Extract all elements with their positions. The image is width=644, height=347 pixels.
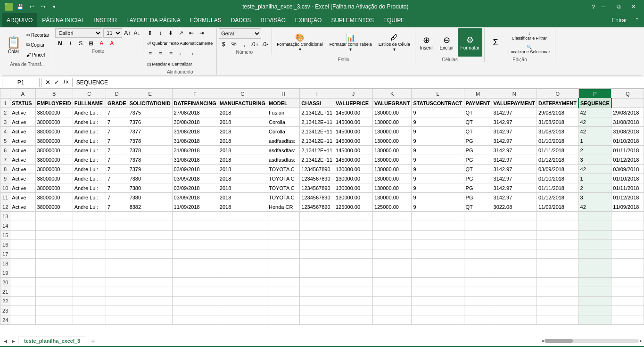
row-header-8[interactable]: 8 <box>0 165 10 174</box>
cell[interactable]: 38000000 <box>35 127 73 136</box>
text-orient-button[interactable]: ↗ <box>176 28 186 38</box>
cell[interactable] <box>218 249 267 259</box>
cell[interactable] <box>10 240 35 249</box>
cell[interactable] <box>492 278 537 287</box>
cell[interactable]: TOYOTA C <box>267 165 300 174</box>
cell[interactable]: 9 <box>412 146 464 155</box>
cell[interactable]: 38000000 <box>35 202 73 212</box>
cell[interactable] <box>412 221 464 231</box>
cell[interactable]: 38000000 <box>35 108 73 117</box>
col-header-N[interactable]: N <box>492 89 537 99</box>
cell[interactable] <box>106 240 128 249</box>
cell[interactable] <box>35 259 73 268</box>
cell[interactable] <box>128 231 172 240</box>
cell[interactable] <box>35 268 73 278</box>
cell[interactable] <box>412 287 464 297</box>
cell[interactable]: 38000000 <box>35 146 73 155</box>
decrease-decimal-button[interactable]: .0- <box>260 40 270 49</box>
cell[interactable] <box>578 249 611 259</box>
cell[interactable] <box>334 240 373 249</box>
menu-exibicao[interactable]: EXIBIÇÃO <box>290 13 327 27</box>
row-header-4[interactable]: 4 <box>0 127 10 136</box>
cell[interactable]: 31/08/2018 <box>611 127 644 136</box>
cell[interactable]: 31/08/2018 <box>172 155 218 165</box>
increase-font-icon[interactable]: A↑ <box>123 30 132 36</box>
ribbon-expand-icon[interactable]: ⌃ <box>632 17 642 24</box>
cell[interactable]: 7 <box>106 165 128 174</box>
cell[interactable]: 145000.00 <box>334 146 373 155</box>
cell[interactable] <box>537 315 578 325</box>
cell[interactable]: 9 <box>412 193 464 202</box>
cell[interactable] <box>300 315 334 325</box>
number-format-select[interactable]: Geral <box>219 28 261 39</box>
cell[interactable]: STATUS <box>10 99 35 108</box>
cell[interactable] <box>267 297 300 306</box>
cell[interactable] <box>537 221 578 231</box>
row-header-21[interactable]: 21 <box>0 287 10 297</box>
add-sheet-button[interactable]: + <box>87 336 99 346</box>
cell[interactable]: Fusion <box>267 108 300 117</box>
cell[interactable] <box>611 240 644 249</box>
cell[interactable] <box>35 231 73 240</box>
col-header-P[interactable]: P <box>578 89 611 99</box>
cell[interactable] <box>267 231 300 240</box>
cell[interactable] <box>10 315 35 325</box>
cell[interactable] <box>464 297 492 306</box>
cell[interactable] <box>300 212 334 221</box>
cell[interactable]: 130000.00 <box>372 127 412 136</box>
cell[interactable]: 03/09/2018 <box>611 165 644 174</box>
cell[interactable] <box>334 287 373 297</box>
row-header-19[interactable]: 19 <box>0 268 10 278</box>
cell[interactable]: 130000.00 <box>372 117 412 127</box>
cell[interactable]: 9 <box>412 155 464 165</box>
cell[interactable] <box>412 268 464 278</box>
cell[interactable]: 2018 <box>218 117 267 127</box>
cell[interactable]: 9 <box>412 183 464 193</box>
cell[interactable]: Active <box>10 117 35 127</box>
cell[interactable] <box>218 231 267 240</box>
find-select-button[interactable]: 🔍 Localizar e Selecionar <box>505 43 553 56</box>
cell[interactable]: STATUSCONTRACT <box>412 99 464 108</box>
cell[interactable] <box>73 306 106 315</box>
row-header-5[interactable]: 5 <box>0 136 10 146</box>
cell[interactable] <box>334 249 373 259</box>
cell[interactable] <box>492 297 537 306</box>
cell[interactable]: 7 <box>106 108 128 117</box>
cell[interactable]: 11/09/2018 <box>537 202 578 212</box>
cell[interactable]: 38000000 <box>35 183 73 193</box>
cell[interactable] <box>128 259 172 268</box>
cell[interactable]: 7 <box>106 136 128 146</box>
cell[interactable] <box>172 231 218 240</box>
cell[interactable]: 7 <box>106 146 128 155</box>
row-header-23[interactable]: 23 <box>0 306 10 315</box>
cell[interactable] <box>300 249 334 259</box>
cell[interactable]: 1234567890 <box>300 202 334 212</box>
cell[interactable]: 03/09/2018 <box>172 174 218 183</box>
align-right-button[interactable]: ≡ <box>166 49 175 58</box>
cell[interactable]: asdfasdfas: <box>267 136 300 146</box>
cell[interactable]: 2018 <box>218 136 267 146</box>
formula-input[interactable]: SEQUENCE <box>74 79 642 86</box>
cell[interactable] <box>537 212 578 221</box>
font-name-select[interactable]: Calibri <box>55 28 102 38</box>
cell[interactable]: 7375 <box>128 108 172 117</box>
cell[interactable] <box>464 240 492 249</box>
indent-increase-button[interactable]: ⇥ <box>197 28 206 38</box>
row-header-3[interactable]: 3 <box>0 117 10 127</box>
cell[interactable] <box>611 306 644 315</box>
cell[interactable]: 1234567890 <box>300 183 334 193</box>
cell[interactable] <box>334 212 373 221</box>
cell[interactable] <box>35 287 73 297</box>
paste-button[interactable]: 📋 Colar <box>4 28 24 61</box>
cell[interactable]: 2,13412E+11 <box>300 117 334 127</box>
row-header-16[interactable]: 16 <box>0 240 10 249</box>
menu-revisao[interactable]: REVISÃO <box>256 13 290 27</box>
cell[interactable] <box>128 287 172 297</box>
cell[interactable] <box>128 268 172 278</box>
undo-icon[interactable]: ↩ <box>26 1 37 12</box>
cell[interactable] <box>267 259 300 268</box>
cell[interactable] <box>464 268 492 278</box>
cell[interactable] <box>300 297 334 306</box>
cell[interactable]: 30/08/2018 <box>172 117 218 127</box>
cell[interactable] <box>578 268 611 278</box>
